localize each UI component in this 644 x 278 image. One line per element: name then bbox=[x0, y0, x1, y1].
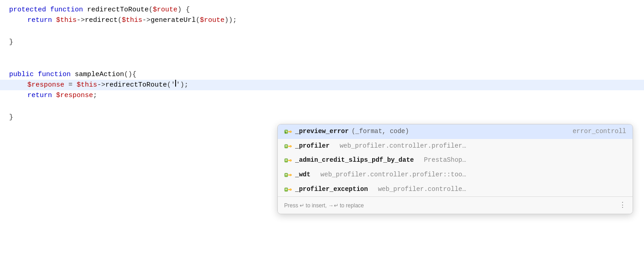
code-line-4: public function sampleAction(){ bbox=[0, 69, 644, 80]
svg-point-10 bbox=[290, 146, 291, 147]
param-route: $route bbox=[153, 5, 177, 15]
route-icon-3 bbox=[284, 156, 292, 165]
autocomplete-footer: Press ↵ to insert, →↵ to replace ⋮ bbox=[278, 196, 633, 214]
keyword-protected: protected bbox=[9, 5, 46, 15]
svg-rect-17 bbox=[286, 174, 287, 175]
code-editor: protected function redirectToRoute($rout… bbox=[0, 0, 644, 278]
keyword-function: function bbox=[50, 5, 83, 15]
code-line-highlight: $response = $this->redirectToRoute(''); bbox=[0, 80, 644, 90]
ac-detail-1: error_controll bbox=[572, 127, 626, 137]
svg-point-4 bbox=[290, 131, 291, 132]
empty-line-4 bbox=[0, 101, 644, 112]
svg-rect-22 bbox=[286, 189, 287, 190]
code-line-3: } bbox=[0, 37, 644, 47]
ac-name-3: _admin_credit_slips_pdf_by_date bbox=[295, 155, 414, 165]
autocomplete-item-3[interactable]: _admin_credit_slips_pdf_by_date PrestaSh… bbox=[278, 153, 633, 168]
svg-point-20 bbox=[290, 175, 291, 175]
code-line-1: protected function redirectToRoute($rout… bbox=[0, 5, 644, 15]
fn-redirect-to-route: redirectToRoute bbox=[87, 5, 149, 15]
route-icon-5 bbox=[284, 185, 292, 194]
ac-hint-text: Press ↵ to insert, →↵ to replace bbox=[284, 201, 364, 210]
autocomplete-item-2[interactable]: _profiler web_profiler.controller.profil… bbox=[278, 139, 633, 154]
ac-more-icon[interactable]: ⋮ bbox=[619, 200, 626, 211]
svg-point-25 bbox=[290, 189, 291, 190]
autocomplete-item-5[interactable]: _profiler_exception web_profiler.control… bbox=[278, 182, 633, 197]
ac-params-1: (_format, code) bbox=[352, 127, 409, 137]
svg-rect-12 bbox=[286, 160, 287, 161]
empty-line-1 bbox=[0, 26, 644, 37]
autocomplete-item-4[interactable]: _wdt web_profiler.controller.profiler::t… bbox=[278, 168, 633, 182]
route-icon-2 bbox=[284, 142, 292, 150]
empty-line-2 bbox=[0, 47, 644, 58]
svg-point-15 bbox=[290, 160, 291, 161]
ac-name-5: _profiler_exception bbox=[295, 185, 368, 195]
route-icon-4 bbox=[284, 171, 292, 179]
empty-line-3 bbox=[0, 58, 644, 69]
ac-detail-5: web_profiler.controlle… bbox=[378, 185, 466, 195]
ac-name-2: _profiler bbox=[295, 141, 330, 151]
ac-name-4: _wdt bbox=[295, 170, 311, 180]
autocomplete-popup: T _preview_error (_format, code) error_c… bbox=[277, 124, 633, 214]
ac-detail-2: web_profiler.controller.profiler… bbox=[340, 141, 466, 151]
ac-detail-4: web_profiler.controller.profiler::too… bbox=[321, 170, 466, 180]
ac-detail-3: PrestaShop… bbox=[424, 155, 466, 165]
ac-name-1: _preview_error bbox=[295, 127, 349, 137]
route-icon-1: T bbox=[284, 128, 292, 136]
code-line-5: return $response; bbox=[0, 90, 644, 101]
code-line-6: } bbox=[0, 112, 644, 123]
svg-text:T: T bbox=[285, 131, 286, 134]
svg-rect-7 bbox=[286, 145, 287, 147]
autocomplete-item-1[interactable]: T _preview_error (_format, code) error_c… bbox=[278, 124, 633, 139]
code-line-2: return $this->redirect($this->generateUr… bbox=[0, 15, 644, 26]
